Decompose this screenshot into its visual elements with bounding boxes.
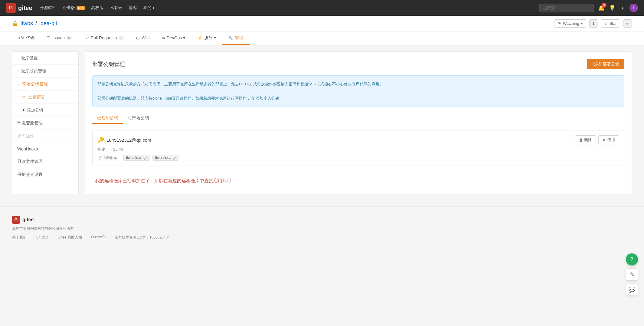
- sidebar-label-member-management: 仓库成员管理: [21, 68, 46, 74]
- key-created-meta: 创建于：1天前: [97, 147, 619, 152]
- sidebar-item-repo-settings[interactable]: › 仓库设置: [12, 52, 78, 65]
- watching-button[interactable]: 👁 Watching ▾: [554, 19, 586, 28]
- trash-icon: 🗑: [579, 138, 583, 142]
- nav-right-section: 🔔 3 💡 ＋ I: [539, 4, 638, 12]
- delete-label: 删除: [584, 137, 592, 143]
- key-repos-label: 已部署仓库：: [97, 155, 121, 160]
- gear-icon: ⚙: [22, 95, 26, 100]
- repo-owner-link[interactable]: itwbs: [21, 20, 33, 27]
- nav-blog[interactable]: 博客: [129, 5, 137, 11]
- sidebar-item-webhooks[interactable]: WebHooks: [12, 143, 78, 155]
- search-input[interactable]: [539, 4, 594, 12]
- nav-links: 开源软件 企业版 特惠 高校版 私有云 博客 我的 ▾: [40, 5, 532, 11]
- tab-devops[interactable]: ∞ DevOps ▾: [156, 32, 191, 45]
- tab-enabled-keys[interactable]: 已启用公钥: [92, 113, 123, 124]
- nav-logo[interactable]: G gitee: [6, 3, 32, 13]
- nav-plus-icon[interactable]: ＋: [620, 4, 625, 12]
- repo-header: 🔒 itwbs / idea-git 👁 Watching ▾ 1 ☆ Star…: [0, 16, 644, 31]
- disable-key-button[interactable]: ⏸ 停用: [598, 135, 619, 144]
- footer-link-openapi[interactable]: OpenAPI: [91, 235, 106, 240]
- gitee-logo-icon: G: [6, 3, 16, 13]
- tab-deployable-keys[interactable]: 可部署公钥: [123, 113, 154, 124]
- tab-issues-label: Issues: [52, 35, 64, 40]
- tab-wiki-label: Wiki: [142, 35, 149, 40]
- sidebar-item-env-var[interactable]: 环境变量管理: [12, 117, 78, 130]
- key-repo-tag-0[interactable]: itwbs/learngit: [123, 155, 150, 161]
- sidebar-item-protect-branch[interactable]: 保护分支设置: [12, 168, 78, 181]
- tab-pull-requests[interactable]: ⎇ Pull Requests 0: [78, 32, 130, 45]
- sidebar-item-add-key[interactable]: + 添加公钥: [12, 104, 78, 117]
- key-card: 🔑 1845192312@qq.com 🗑 删除 ⏸ 停用 创建于：1天前 已部…: [92, 130, 624, 166]
- sidebar-item-key-management[interactable]: ⚙ 公钥管理: [12, 91, 78, 104]
- notification-bell[interactable]: 🔔 3: [598, 5, 605, 11]
- disable-label: 停用: [607, 137, 615, 143]
- chevron-down-icon: ▾: [581, 21, 583, 26]
- repo-separator: /: [35, 20, 37, 27]
- main-panel: 部署公钥管理 +添加部署公钥 部署公钥允许以只读的方式访问仓库，主要用于仓库在生…: [85, 51, 632, 194]
- nav-open-source[interactable]: 开源软件: [40, 5, 57, 11]
- nav-enterprise[interactable]: 企业版 特惠: [63, 5, 85, 11]
- info-box: 部署公钥允许以只读的方式访问仓库，主要用于仓库在生产服务器的部署上，免去HTTP…: [92, 75, 624, 107]
- sidebar-item-member-management[interactable]: › 仓库成员管理: [12, 65, 78, 78]
- key-repo-tag-1[interactable]: itwbs/idea-git: [152, 155, 179, 161]
- footer-link-about[interactable]: 关于我们: [12, 235, 27, 240]
- footer-link-qq[interactable]: 京方技术交流QQ群：1050025484: [115, 235, 169, 240]
- key-repos-section: 已部署仓库： itwbs/learngit itwbs/idea-git: [97, 155, 619, 161]
- devops-icon: ∞: [162, 35, 165, 40]
- gitee-logo-text: gitee: [18, 5, 32, 12]
- services-icon: ⚡: [197, 35, 202, 40]
- sidebar-label-env-var: 环境变量管理: [17, 120, 43, 126]
- nav-university[interactable]: 高校版: [91, 5, 104, 11]
- top-navigation: G gitee 开源软件 企业版 特惠 高校版 私有云 博客 我的 ▾ 🔔 3 …: [0, 0, 644, 16]
- star-count: 0: [623, 19, 632, 28]
- sidebar-item-deploy-key[interactable]: ∨ 部署公钥管理: [12, 78, 78, 91]
- add-deploy-key-button[interactable]: +添加部署公钥: [587, 59, 624, 69]
- main-content: › 仓库设置 › 仓库成员管理 ∨ 部署公钥管理 ⚙ 公钥管理 + 添加公钥 环…: [0, 45, 644, 200]
- issues-count-badge: 0: [67, 36, 72, 40]
- tab-issues[interactable]: ☐ Issues 0: [41, 32, 78, 45]
- notification-count: 3: [602, 3, 606, 8]
- sidebar: › 仓库设置 › 仓库成员管理 ∨ 部署公钥管理 ⚙ 公钥管理 + 添加公钥 环…: [12, 51, 79, 194]
- sidebar-item-readonly-file[interactable]: 只读文件管理: [12, 155, 78, 168]
- panel-title: 部署公钥管理: [92, 61, 125, 68]
- footer-link-cover[interactable]: Gitee 封面人物: [58, 235, 82, 240]
- repo-actions: 👁 Watching ▾ 1 ☆ Star 0: [554, 19, 632, 28]
- content-tabs: 已启用公钥 可部署公钥: [92, 113, 624, 124]
- pause-icon: ⏸: [602, 138, 606, 142]
- issues-icon: ☐: [47, 35, 51, 40]
- arrow-icon: ∨: [17, 82, 20, 86]
- sidebar-label-key-management: 公钥管理: [28, 94, 44, 100]
- nav-private-cloud[interactable]: 私有云: [110, 5, 123, 11]
- plus-icon: +: [22, 107, 25, 113]
- key-card-header: 🔑 1845192312@qq.com 🗑 删除 ⏸ 停用: [97, 135, 619, 144]
- tab-code-label: 代码: [26, 35, 34, 41]
- sidebar-label-repo-settings: 仓库设置: [21, 55, 38, 61]
- star-icon: ☆: [604, 21, 608, 26]
- delete-key-button[interactable]: 🗑 删除: [575, 135, 596, 144]
- watching-label: Watching: [563, 21, 579, 26]
- tab-management[interactable]: 🔧 管理: [222, 31, 250, 45]
- sidebar-label-webhooks: WebHooks: [17, 147, 38, 151]
- management-icon: 🔧: [228, 35, 233, 40]
- tab-services[interactable]: ⚡ 服务 ▾: [191, 31, 222, 45]
- footer-link-git[interactable]: Git 大全: [36, 235, 49, 240]
- tab-wiki[interactable]: ⊞ Wiki: [130, 32, 155, 45]
- nav-enterprise-badge: 特惠: [77, 6, 85, 10]
- nav-mine[interactable]: 我的 ▾: [143, 5, 155, 11]
- repo-name-link[interactable]: idea-git: [39, 20, 57, 27]
- tab-management-label: 管理: [235, 35, 244, 41]
- sidebar-item-repo-hook[interactable]: 仓库挂件: [12, 130, 78, 143]
- info-line2: 部署公钥配置后的机器，只支持clone与pull等只读操作。如果您想要对仓库进行…: [97, 95, 619, 102]
- pr-icon: ⎇: [84, 35, 89, 40]
- eye-icon: 👁: [557, 21, 561, 26]
- tab-pr-label: Pull Requests: [91, 35, 117, 40]
- tab-code[interactable]: </> 代码: [12, 31, 41, 45]
- user-avatar[interactable]: I: [629, 4, 638, 12]
- sidebar-label-protect-branch: 保护分支设置: [17, 172, 43, 177]
- wiki-icon: ⊞: [136, 35, 140, 40]
- nav-bulb-icon[interactable]: 💡: [609, 5, 616, 11]
- key-email-value: 1845192312@qq.com: [106, 137, 151, 143]
- footer-links: 关于我们 Git 大全 Gitee 封面人物 OpenAPI 京方技术交流QQ群…: [12, 235, 632, 240]
- repo-tabs: </> 代码 ☐ Issues 0 ⎇ Pull Requests 0 ⊞ Wi…: [0, 31, 644, 45]
- star-button[interactable]: ☆ Star: [601, 19, 620, 28]
